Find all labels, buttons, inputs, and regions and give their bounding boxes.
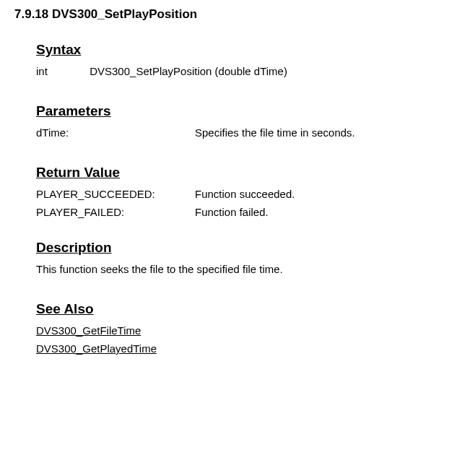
parameter-name: dTime: [36,126,195,139]
parameter-row: dTime: Specifies the file time in second… [36,126,453,139]
return-value-heading: Return Value [36,165,453,181]
content-body: Syntax int DVS300_SetPlayPosition (doubl… [36,42,453,355]
description-text: This function seeks the file to the spec… [36,263,453,275]
syntax-return-type: int [36,65,87,77]
parameter-description: Specifies the file time in seconds. [195,126,355,139]
parameters-heading: Parameters [36,103,453,119]
return-row: PLAYER_FAILED: Function failed. [36,206,453,218]
return-label: PLAYER_SUCCEEDED: [36,188,195,200]
description-heading: Description [36,240,453,256]
return-row: PLAYER_SUCCEEDED: Function succeeded. [36,188,453,200]
see-also-link[interactable]: DVS300_GetPlayedTime [36,342,453,355]
return-value-block: PLAYER_SUCCEEDED: Function succeeded. PL… [36,188,453,218]
syntax-signature: DVS300_SetPlayPosition (double dTime) [90,65,287,77]
syntax-heading: Syntax [36,42,453,58]
return-description: Function succeeded. [195,188,294,200]
see-also-heading: See Also [36,301,453,317]
return-label: PLAYER_FAILED: [36,206,195,218]
return-description: Function failed. [195,206,269,218]
section-title: 7.9.18 DVS300_SetPlayPosition [14,7,453,22]
see-also-link[interactable]: DVS300_GetFileTime [36,324,453,337]
syntax-line: int DVS300_SetPlayPosition (double dTime… [36,65,453,77]
